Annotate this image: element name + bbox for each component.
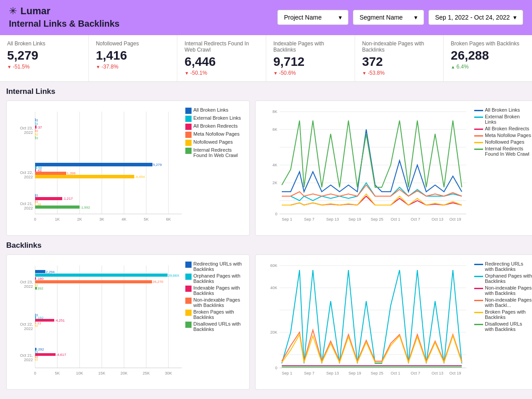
legend-box-color <box>185 286 192 292</box>
legend-label: Indexable Pages with Backlinks <box>193 285 243 296</box>
legend-box-color <box>185 140 192 146</box>
header-controls: Project Name ▾ Segment Name ▾ Sep 1, 202… <box>277 10 523 25</box>
page-title: Internal Links & Backlinks <box>9 19 120 29</box>
legend-line-color <box>474 135 483 137</box>
legend-item: Non-indexable Pages with Backlinks <box>185 297 243 308</box>
legend-item: Nofollowed Pages <box>474 139 532 145</box>
metric-change: -53.8% <box>362 70 436 76</box>
svg-rect-45 <box>35 197 62 200</box>
svg-text:-4,251: -4,251 <box>55 318 65 322</box>
legend-item: All Broken Redirects <box>474 126 532 131</box>
metric-card: Internal Redirects Found In Web Crawl 6,… <box>177 35 266 81</box>
legend-label: External Broken Links <box>193 115 241 121</box>
svg-rect-29 <box>35 133 36 136</box>
legend-line-color <box>474 264 483 265</box>
svg-rect-103 <box>35 284 36 286</box>
legend-label: External Broken Links <box>485 114 532 125</box>
svg-rect-43 <box>35 194 36 197</box>
svg-text:Sep 13: Sep 13 <box>326 371 339 375</box>
legend-item: External Broken Links <box>185 115 243 122</box>
backlinks-line-legend: Redirecting URLs with BacklinksOrphaned … <box>474 261 532 383</box>
project-dropdown[interactable]: Project Name ▾ <box>277 10 348 25</box>
svg-text:Oct 23,: Oct 23, <box>20 280 33 284</box>
svg-text:5K: 5K <box>144 217 148 222</box>
metric-label: Non-indexable Pages with Backlinks <box>362 40 436 53</box>
legend-item: Redirecting URLs with Backlinks <box>474 261 532 272</box>
metric-value: 1,416 <box>96 48 170 63</box>
backlinks-bar-chart: 0 5K 10K 15K 20K 25K 30K Oct 23, 2022 Oc… <box>6 254 250 390</box>
svg-text:0: 0 <box>36 324 38 328</box>
internal-line-legend: All Broken LinksExternal Broken LinksAll… <box>474 107 532 229</box>
metric-value: 26,288 <box>451 48 525 63</box>
legend-item: Disallowed URLs with Backlinks <box>474 321 532 332</box>
legend-label: All Broken Links <box>193 107 228 113</box>
svg-text:Oct 22,: Oct 22, <box>20 322 33 326</box>
svg-text:Sep 7: Sep 7 <box>304 217 315 222</box>
metric-change: -50.6% <box>273 70 348 76</box>
legend-item: Meta Nofollow Pages <box>474 133 532 138</box>
legend-item: All Broken Redirects <box>185 123 243 130</box>
svg-text:392: 392 <box>37 286 44 290</box>
svg-rect-97 <box>35 274 168 277</box>
chevron-down-icon: ▾ <box>414 14 417 21</box>
backlinks-line-svg: 60K 40K 20K 0 Sep 1 Sep 7 Sep 13 Sep 19 … <box>262 261 471 381</box>
svg-text:0: 0 <box>36 358 38 362</box>
legend-box-color <box>185 124 192 130</box>
svg-text:2022: 2022 <box>24 206 33 210</box>
metric-change: -37.8% <box>96 64 170 70</box>
legend-line-color <box>474 288 483 289</box>
backlinks-bar-svg: 0 5K 10K 15K 20K 25K 30K Oct 23, 2022 Oc… <box>13 261 182 381</box>
svg-rect-125 <box>35 359 36 361</box>
svg-text:26,270: 26,270 <box>152 280 164 284</box>
svg-text:Oct 7: Oct 7 <box>411 217 420 222</box>
legend-line-color <box>474 324 483 325</box>
svg-text:20K: 20K <box>270 330 277 335</box>
svg-text:Sep 25: Sep 25 <box>371 371 384 375</box>
metric-change: -50.1% <box>184 70 259 76</box>
svg-rect-41 <box>35 175 134 178</box>
internal-links-charts: 0 1K 2K 3K 4K 5K 6K Oct 23, 2022 Oct 22,… <box>6 101 526 236</box>
legend-item: Broken Pages with Backlinks <box>474 309 532 320</box>
legend-line-color <box>474 110 483 111</box>
legend-line-color <box>474 117 483 118</box>
svg-text:Sep 1: Sep 1 <box>282 217 292 222</box>
svg-text:2K: 2K <box>272 181 277 185</box>
svg-text:-292: -292 <box>37 347 44 351</box>
legend-line-color <box>474 312 483 313</box>
metrics-bar: All Broken Links 5,279 -51.5% Nofollowed… <box>0 35 532 82</box>
svg-rect-37 <box>35 169 36 172</box>
svg-text:5K: 5K <box>55 371 60 375</box>
svg-text:Oct 21,: Oct 21, <box>20 353 33 358</box>
svg-text:0: 0 <box>275 212 277 216</box>
legend-item: Orphaned Pages with Backlinks <box>185 273 243 284</box>
legend-item: All Broken Links <box>185 107 243 114</box>
svg-text:2,294: 2,294 <box>46 270 55 274</box>
legend-label: Internal Redirects Found In Web Crawl <box>193 147 243 158</box>
legend-label: Nofollowed Pages <box>193 139 233 145</box>
legend-box-color <box>185 298 192 304</box>
metric-label: Nofollowed Pages <box>96 40 170 47</box>
legend-line-color <box>474 300 483 301</box>
metric-card: Broken Pages with Backlinks 26,288 6.4% <box>444 35 532 81</box>
internal-bar-svg: 0 1K 2K 3K 4K 5K 6K Oct 23, 2022 Oct 22,… <box>13 107 182 227</box>
internal-bar-legend: All Broken LinksExternal Broken LinksAll… <box>185 107 243 229</box>
segment-dropdown[interactable]: Segment Name ▾ <box>353 10 424 25</box>
svg-rect-119 <box>35 351 36 353</box>
svg-text:2022: 2022 <box>24 130 33 135</box>
svg-text:10K: 10K <box>76 371 83 375</box>
svg-text:2022: 2022 <box>24 284 33 289</box>
metric-card: Indexable Pages with Backlinks 9,712 -50… <box>266 35 355 81</box>
svg-text:Oct 22,: Oct 22, <box>20 170 33 175</box>
svg-text:Oct 13: Oct 13 <box>432 371 444 375</box>
legend-line-color <box>474 142 483 143</box>
svg-text:Oct 21,: Oct 21, <box>20 202 33 206</box>
backlinks-line-chart: 60K 40K 20K 0 Sep 1 Sep 7 Sep 13 Sep 19 … <box>255 254 532 390</box>
legend-box-color <box>185 274 192 280</box>
arrow-down-icon <box>362 70 368 76</box>
svg-rect-51 <box>35 206 80 209</box>
metric-card: Nofollowed Pages 1,416 -37.8% <box>89 35 178 81</box>
legend-label: Disallowed URLs with Backlinks <box>193 321 243 332</box>
date-dropdown[interactable]: Sep 1, 2022 - Oct 24, 2022 ▾ <box>428 10 523 25</box>
metric-value: 5,279 <box>7 48 81 63</box>
svg-rect-27 <box>35 129 36 132</box>
